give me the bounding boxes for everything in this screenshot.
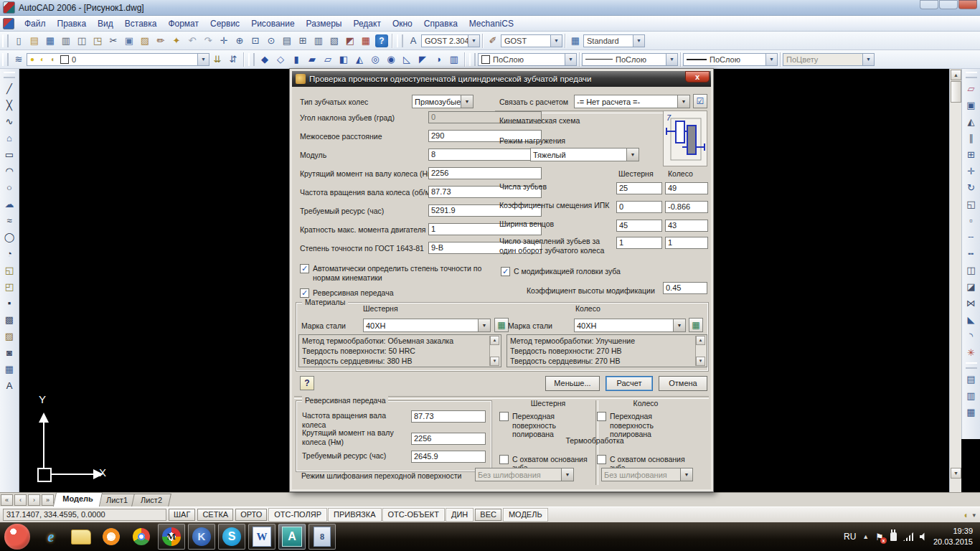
status-toggle-button[interactable]: ДИН [446, 509, 473, 521]
menu-item[interactable]: Размеры [301, 17, 348, 30]
menu-item[interactable]: Рисование [245, 17, 300, 30]
match-properties-icon[interactable]: ✏ [153, 33, 169, 49]
draworder-back-icon[interactable]: ▥ [963, 387, 979, 404]
toolbar-grip[interactable] [966, 362, 977, 369]
less-button[interactable]: Меньше... [545, 376, 600, 391]
zoom-previous-icon[interactable]: ⊙ [263, 33, 279, 49]
revision-cloud-icon[interactable]: ☁ [1, 196, 17, 212]
module-input[interactable]: 8 [428, 149, 542, 161]
reverse-life-input[interactable]: 2645.9 [411, 451, 486, 463]
reverse-torque-input[interactable]: 2256 [411, 433, 486, 445]
ellipse-arc-icon[interactable]: ◔ [1, 245, 17, 262]
paste-icon[interactable]: ▨ [137, 33, 153, 49]
tool-palettes-icon[interactable]: ▥ [311, 33, 326, 49]
line-icon[interactable]: ╱ [1, 80, 17, 97]
next-tab-button[interactable]: › [28, 494, 40, 506]
layer-combo[interactable]: ● ◐ ◖ 0 ▼ [27, 53, 209, 66]
zoom-window-icon[interactable]: ⊡ [248, 33, 263, 49]
wheel-polished-checkbox[interactable]: Переходная поверхность полирована [597, 412, 694, 439]
menu-item[interactable]: Вид [92, 17, 119, 30]
tip-modification-checkbox[interactable]: ✓ С модификацией головки зуба [501, 267, 621, 276]
document-window-icon[interactable] [3, 18, 14, 29]
mech-bracket-icon[interactable]: ◭ [352, 52, 367, 67]
kinematic-scheme[interactable]: 7 [663, 110, 707, 166]
mech-screw-icon[interactable]: ▮ [288, 52, 304, 67]
publish-icon[interactable]: ◳ [90, 33, 105, 49]
explode-icon[interactable]: ✳ [963, 344, 979, 361]
taskbar-kompas-icon[interactable]: K [188, 524, 215, 550]
maximize-button[interactable] [939, 0, 958, 9]
dim-style-combo[interactable]: GOST▼ [501, 34, 562, 47]
copy-icon[interactable]: ▣ [121, 33, 137, 49]
status-toggle-button[interactable]: ВЕС [475, 509, 501, 521]
menu-item[interactable]: Вставка [119, 17, 163, 30]
quick-select-icon[interactable]: ✦ [169, 33, 184, 49]
insert-block-icon[interactable]: ◱ [1, 262, 17, 278]
table-icon[interactable]: ▦ [1, 361, 17, 377]
torque-input[interactable]: 2256 [428, 167, 542, 179]
shift-coefficient-pinion-input[interactable]: 0 [616, 201, 662, 213]
teeth-count-pinion-input[interactable]: 25 [616, 182, 662, 194]
pinion-polished-checkbox[interactable]: Переходная поверхность полирована [499, 412, 597, 439]
calculate-button[interactable]: Расчет [606, 376, 653, 391]
plot-preview-icon[interactable]: ◫ [74, 33, 90, 49]
polygon-icon[interactable]: ⌂ [1, 130, 17, 146]
color-control-combo[interactable]: ПоСлою▼ [478, 53, 577, 66]
properties-palette-icon[interactable]: ▤ [279, 33, 295, 49]
mod-coefficient-input[interactable]: 0.45 [663, 282, 707, 294]
stretch-icon[interactable]: ▫ [963, 212, 979, 229]
mech-spec-table-icon[interactable]: ▥ [446, 52, 462, 67]
taskbar-word-icon[interactable]: W [248, 524, 275, 550]
layout-tab[interactable]: Лист2 [131, 494, 171, 507]
construction-line-icon[interactable]: ╳ [1, 97, 17, 113]
offset-icon[interactable]: ∥ [963, 130, 979, 146]
mech-ruler-scheme-icon[interactable]: ◺ [399, 52, 415, 67]
move-icon[interactable]: ✛ [963, 163, 979, 179]
cancel-button[interactable]: Отмена [659, 376, 707, 391]
menu-item[interactable]: Справка [418, 17, 463, 30]
power-plug-icon[interactable] [890, 532, 897, 541]
quickcalc-icon[interactable]: ▦ [358, 33, 374, 49]
linetype-control-combo[interactable]: ПоСлою▼ [582, 53, 678, 66]
taskbar-ie-icon[interactable]: e [37, 524, 65, 550]
array-icon[interactable]: ⊞ [963, 146, 979, 163]
load-mode-combo[interactable]: Тяжелый▼ [530, 148, 639, 161]
close-button[interactable] [958, 0, 977, 9]
mech-shaft-table-icon[interactable]: ▱ [320, 52, 336, 67]
shift-coefficient-wheel-input[interactable]: -0.866 [665, 201, 708, 213]
draworder-front-icon[interactable]: ▤ [963, 371, 979, 387]
draworder-above-icon[interactable]: ▦ [963, 404, 979, 420]
gradient-icon[interactable]: ▨ [1, 328, 17, 344]
reversible-checkbox[interactable]: ✓ Реверсивная передача [300, 288, 393, 298]
mech-pipe-corner-icon[interactable]: ◤ [415, 52, 430, 67]
taskbar-mathcad-icon[interactable]: M [158, 524, 185, 550]
taskbar-chrome-icon[interactable] [128, 524, 155, 550]
statusbar-tray-arrow-icon[interactable]: ▾ [972, 512, 976, 519]
rotate-icon[interactable]: ↻ [963, 179, 979, 196]
make-block-icon[interactable]: ◰ [1, 278, 17, 295]
engagements-per-rev-wheel-input[interactable]: 1 [665, 237, 708, 249]
status-toggle-button[interactable]: ШАГ [169, 509, 195, 521]
menu-item[interactable]: Окно [387, 17, 418, 30]
taskbar-autocad-icon[interactable]: A [278, 524, 306, 550]
status-toggle-button[interactable]: СЕТКА [197, 509, 233, 521]
mech-pipe-tee-icon[interactable]: ◑ [430, 52, 446, 67]
region-icon[interactable]: ◙ [1, 344, 17, 361]
open-file-icon[interactable]: ▤ [27, 33, 42, 49]
dialog-close-button[interactable]: x [685, 71, 710, 83]
save-icon[interactable]: ▦ [42, 33, 58, 49]
dim-style-icon[interactable]: ✐ [485, 33, 501, 49]
wheel-material-table-icon[interactable]: ▦ [689, 318, 703, 332]
status-toggle-button[interactable]: ОТС-ПОЛЯР [269, 509, 326, 521]
status-toggle-button[interactable]: ПРИВЯЗКА [329, 509, 380, 521]
rim-width-pinion-input[interactable]: 45 [616, 220, 662, 232]
scale-icon[interactable]: ◱ [963, 196, 979, 212]
menu-item[interactable]: Редакт [347, 17, 386, 30]
ellipse-icon[interactable]: ◯ [1, 229, 17, 245]
status-toggle-button[interactable]: ОТС-ОБЪЕКТ [383, 509, 444, 521]
auto-accuracy-checkbox[interactable]: ✓ Автоматически определить степень точно… [300, 264, 488, 282]
extend-icon[interactable]: ╍ [963, 245, 979, 262]
speaker-icon[interactable] [920, 532, 927, 541]
status-toggle-button[interactable]: ОРТО [235, 509, 267, 521]
help-icon[interactable]: ? [375, 34, 388, 47]
